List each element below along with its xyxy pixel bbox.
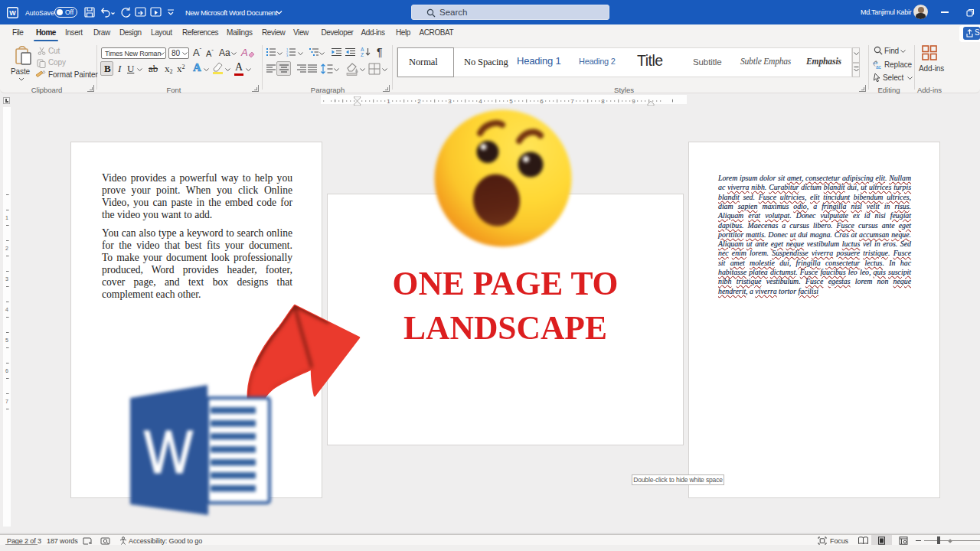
- svg-text:1: 1: [5, 215, 8, 220]
- svg-text:2: 2: [417, 98, 421, 105]
- svg-text:8: 8: [601, 98, 605, 105]
- svg-text:Z: Z: [361, 52, 364, 57]
- svg-text:2: 2: [5, 246, 8, 251]
- svg-text:4: 4: [5, 307, 8, 312]
- svg-text:5: 5: [5, 337, 8, 343]
- svg-text:9: 9: [632, 98, 635, 105]
- svg-text:1: 1: [387, 98, 390, 105]
- svg-text:A: A: [361, 47, 364, 52]
- svg-text:3: 3: [286, 54, 289, 57]
- svg-text:3: 3: [5, 276, 8, 282]
- svg-text:W: W: [144, 418, 193, 486]
- svg-text:W: W: [9, 9, 16, 17]
- svg-text:6: 6: [5, 368, 8, 373]
- svg-text:7: 7: [5, 399, 8, 404]
- svg-text:ac: ac: [876, 64, 882, 70]
